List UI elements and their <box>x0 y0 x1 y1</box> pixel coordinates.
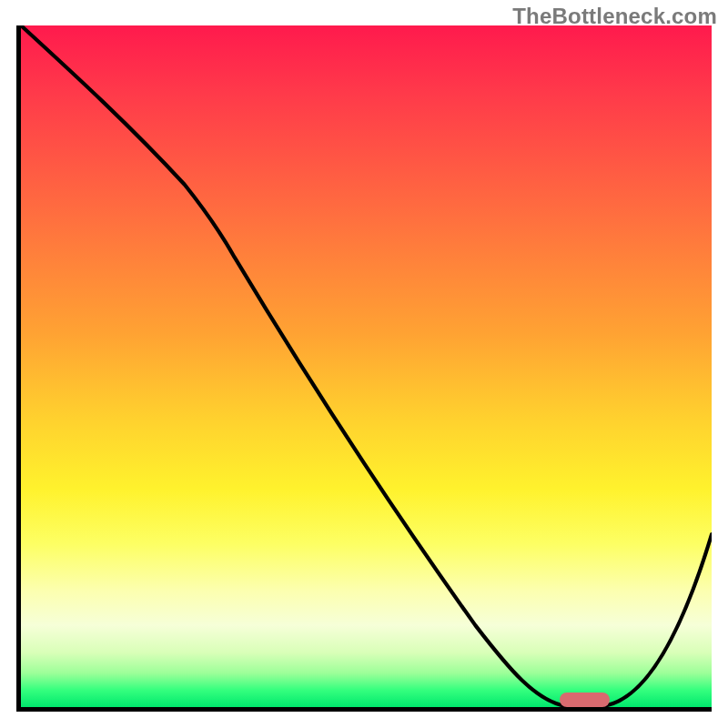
optimal-zone-marker <box>560 693 610 707</box>
plot-area <box>16 25 712 712</box>
curve-svg <box>21 25 712 707</box>
bottleneck-curve-path <box>21 25 712 705</box>
chart-stage: TheBottleneck.com <box>0 0 728 728</box>
